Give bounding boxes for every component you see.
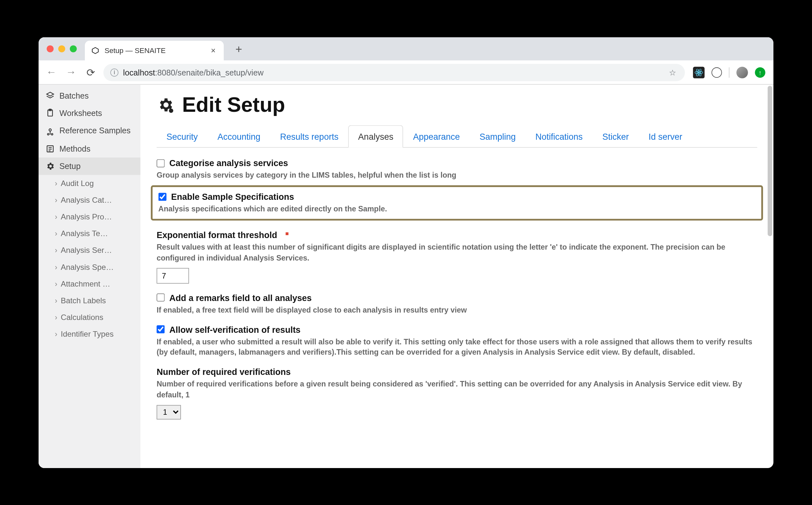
chevron-right-icon: › <box>55 212 57 221</box>
svg-point-8 <box>49 129 51 131</box>
exponential-threshold-input[interactable] <box>156 268 189 283</box>
sidebar-item-label: Worksheets <box>59 108 102 118</box>
field-exponential-threshold: Exponential format threshold ■ Result va… <box>156 230 757 283</box>
sidebar-item-batches[interactable]: Batches <box>38 87 140 104</box>
sidebar-item-label: Reference Samples <box>59 126 131 135</box>
svg-marker-0 <box>92 47 98 53</box>
url-port: :8080 <box>155 67 175 77</box>
chevron-right-icon: › <box>55 229 57 238</box>
update-available-icon[interactable]: ↑ <box>755 67 765 77</box>
tab-results-reports[interactable]: Results reports <box>270 125 349 147</box>
field-self-verify: Allow self-verification of results If en… <box>156 324 757 358</box>
sidebar-item-label: Setup <box>59 162 81 171</box>
tab-security[interactable]: Security <box>156 125 208 147</box>
field-enable-specs: Enable Sample Specifications Analysis sp… <box>158 191 756 214</box>
tab-strip: Setup — SENAITE × + <box>38 37 774 60</box>
extension-icons: ↑ <box>691 66 768 78</box>
field-label: Allow self-verification of results <box>169 324 300 334</box>
field-label: Exponential format threshold <box>156 230 277 240</box>
tab-id-server[interactable]: Id server <box>639 125 692 147</box>
sidebar-sub-identifier-types[interactable]: ›Identifier Types <box>38 326 140 342</box>
sidebar-sub-analysis-categories[interactable]: ›Analysis Cat… <box>38 191 140 208</box>
field-num-verifications: Number of required verifications Number … <box>156 367 757 419</box>
categorise-checkbox[interactable] <box>156 159 165 167</box>
sync-extension-icon[interactable] <box>711 67 722 77</box>
sidebar-sub-calculations[interactable]: ›Calculations <box>38 309 140 326</box>
chevron-right-icon: › <box>55 263 57 272</box>
sidebar-sub-analysis-specs[interactable]: ›Analysis Spe… <box>38 259 140 275</box>
tab-favicon <box>91 46 100 55</box>
field-description: Group analysis services by category in t… <box>156 170 757 181</box>
window-maximize[interactable] <box>70 45 77 52</box>
sidebar-sub-analysis-profiles[interactable]: ›Analysis Pro… <box>38 208 140 225</box>
scrollbar[interactable] <box>768 86 772 236</box>
svg-point-1 <box>698 71 699 73</box>
chevron-right-icon: › <box>55 280 57 288</box>
page-header: Edit Setup <box>156 93 757 117</box>
address-bar[interactable]: i localhost:8080/senaite/bika_setup/view… <box>104 63 685 80</box>
forward-button[interactable]: → <box>64 65 78 79</box>
sidebar-sub-audit-log[interactable]: ›Audit Log <box>38 175 140 191</box>
back-button[interactable]: ← <box>44 65 58 79</box>
field-description: If enabled, a user who submitted a resul… <box>156 337 757 358</box>
chevron-right-icon: › <box>55 313 57 322</box>
gear-icon <box>46 162 55 171</box>
remarks-checkbox[interactable] <box>156 293 165 301</box>
window-close[interactable] <box>46 45 54 52</box>
field-categorise: Categorise analysis services Group analy… <box>156 158 757 181</box>
tab-accounting[interactable]: Accounting <box>208 125 270 147</box>
required-marker: ■ <box>285 230 289 237</box>
tab-title: Setup — SENAITE <box>105 46 204 54</box>
sidebar-sub-analysis-templates[interactable]: ›Analysis Te… <box>38 225 140 242</box>
main-content: Edit Setup Security Accounting Results r… <box>140 85 774 468</box>
url-path: /senaite/bika_setup/view <box>175 67 264 77</box>
svg-point-15 <box>169 108 173 113</box>
stack-icon <box>46 91 55 100</box>
svg-point-10 <box>51 133 53 135</box>
chevron-right-icon: › <box>55 196 57 204</box>
sidebar-item-setup[interactable]: Setup <box>38 157 140 175</box>
clipboard-icon <box>46 108 55 118</box>
sidebar-sub-attachment-types[interactable]: ›Attachment … <box>38 275 140 292</box>
chevron-right-icon: › <box>55 330 57 338</box>
pin-icon <box>46 127 55 136</box>
tab-close-icon[interactable]: × <box>209 46 218 55</box>
browser-toolbar: ← → ⟳ i localhost:8080/senaite/bika_setu… <box>38 60 774 85</box>
sidebar-item-label: Methods <box>59 144 91 154</box>
bookmark-star-icon[interactable]: ☆ <box>668 67 678 77</box>
tab-sampling[interactable]: Sampling <box>469 125 526 147</box>
tab-appearance[interactable]: Appearance <box>403 125 469 147</box>
tab-sticker[interactable]: Sticker <box>592 125 639 147</box>
react-devtools-icon[interactable] <box>693 66 705 78</box>
sidebar-sub-analysis-services[interactable]: ›Analysis Ser… <box>38 242 140 259</box>
browser-window: Setup — SENAITE × + ← → ⟳ i localhost:80… <box>38 37 774 468</box>
browser-tab[interactable]: Setup — SENAITE × <box>85 40 224 60</box>
sidebar-item-reference-samples[interactable]: Reference Samples <box>38 122 140 140</box>
window-minimize[interactable] <box>58 45 65 52</box>
field-description: Analysis specifications which are edited… <box>158 204 756 214</box>
reload-button[interactable]: ⟳ <box>84 65 97 79</box>
field-label: Add a remarks field to all analyses <box>169 293 312 303</box>
page-content: Batches Worksheets Reference Samples Met… <box>38 85 774 468</box>
num-verifications-select[interactable]: 1 <box>156 405 181 419</box>
new-tab-button[interactable]: + <box>231 40 247 56</box>
sidebar-sub-batch-labels[interactable]: ›Batch Labels <box>38 292 140 309</box>
field-label: Categorise analysis services <box>169 158 288 168</box>
tab-analyses[interactable]: Analyses <box>349 125 403 147</box>
sidebar-item-label: Batches <box>59 91 89 100</box>
setup-tabs: Security Accounting Results reports Anal… <box>156 125 757 147</box>
window-controls[interactable] <box>46 45 77 52</box>
list-icon <box>46 144 55 154</box>
self-verify-checkbox[interactable] <box>156 325 165 333</box>
chevron-right-icon: › <box>55 179 57 188</box>
sidebar-item-worksheets[interactable]: Worksheets <box>38 104 140 122</box>
field-description: Number of required verifications before … <box>156 379 757 400</box>
enable-specs-checkbox[interactable] <box>158 192 166 200</box>
profile-avatar-icon[interactable] <box>736 66 748 78</box>
chevron-right-icon: › <box>55 246 57 255</box>
field-remarks: Add a remarks field to all analyses If e… <box>156 293 757 316</box>
tab-notifications[interactable]: Notifications <box>526 125 592 147</box>
site-info-icon[interactable]: i <box>110 68 118 76</box>
svg-marker-5 <box>46 92 54 96</box>
sidebar-item-methods[interactable]: Methods <box>38 140 140 157</box>
